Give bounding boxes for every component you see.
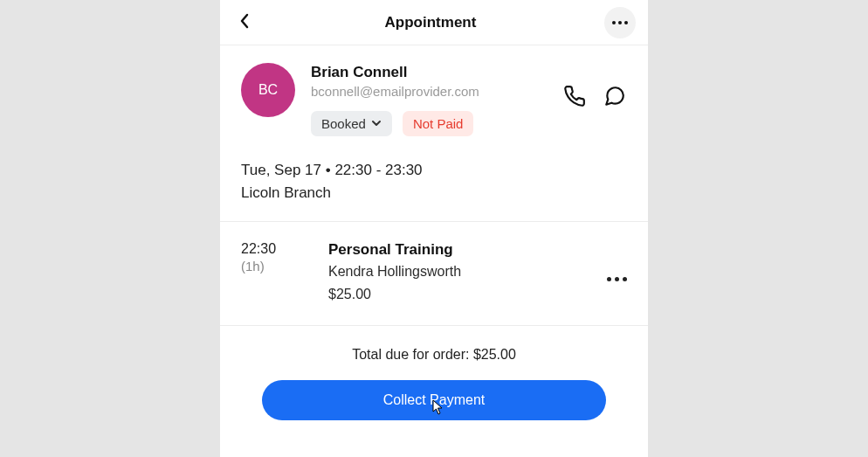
back-button[interactable] xyxy=(232,10,257,35)
chevron-left-icon xyxy=(239,13,250,32)
more-icon xyxy=(612,21,628,24)
message-button[interactable] xyxy=(603,86,627,110)
service-name: Personal Training xyxy=(328,241,607,259)
payment-status-label: Not Paid xyxy=(413,116,464,131)
customer-email: bconnell@emailprovider.com xyxy=(311,84,562,99)
appointment-location: Licoln Branch xyxy=(241,182,627,204)
more-icon xyxy=(607,277,627,281)
service-more-button[interactable] xyxy=(607,257,627,302)
chat-icon xyxy=(603,85,626,111)
service-start-time: 22:30 xyxy=(241,241,328,257)
service-staff: Kendra Hollingsworth xyxy=(328,264,607,280)
chevron-down-icon xyxy=(371,116,382,131)
app-header: Appointment xyxy=(220,0,648,45)
service-duration: (1h) xyxy=(241,259,328,274)
booking-status-dropdown[interactable]: Booked xyxy=(311,111,392,136)
collect-payment-label: Collect Payment xyxy=(383,392,486,408)
payment-status-badge: Not Paid xyxy=(403,111,474,136)
appointment-datetime-location: Tue, Sep 17 • 22:30 - 23:30 Licoln Branc… xyxy=(241,159,627,221)
customer-name: Brian Connell xyxy=(311,63,562,82)
service-item: 22:30 (1h) Personal Training Kendra Holl… xyxy=(220,222,648,326)
appointment-screen: Appointment BC Brian Connell bconnell@em… xyxy=(220,0,648,457)
phone-icon xyxy=(563,85,586,111)
customer-section: BC Brian Connell bconnell@emailprovider.… xyxy=(220,45,648,221)
appointment-datetime: Tue, Sep 17 • 22:30 - 23:30 xyxy=(241,159,627,182)
service-price: $25.00 xyxy=(328,287,607,302)
more-options-button[interactable] xyxy=(604,7,636,38)
booking-status-label: Booked xyxy=(321,116,366,131)
page-title: Appointment xyxy=(257,14,604,31)
call-button[interactable] xyxy=(562,86,587,110)
collect-payment-button[interactable]: Collect Payment xyxy=(262,380,606,420)
customer-avatar: BC xyxy=(241,63,295,117)
total-due-label: Total due for order: $25.00 xyxy=(241,347,627,363)
footer-section: Total due for order: $25.00 Collect Paym… xyxy=(220,326,648,420)
